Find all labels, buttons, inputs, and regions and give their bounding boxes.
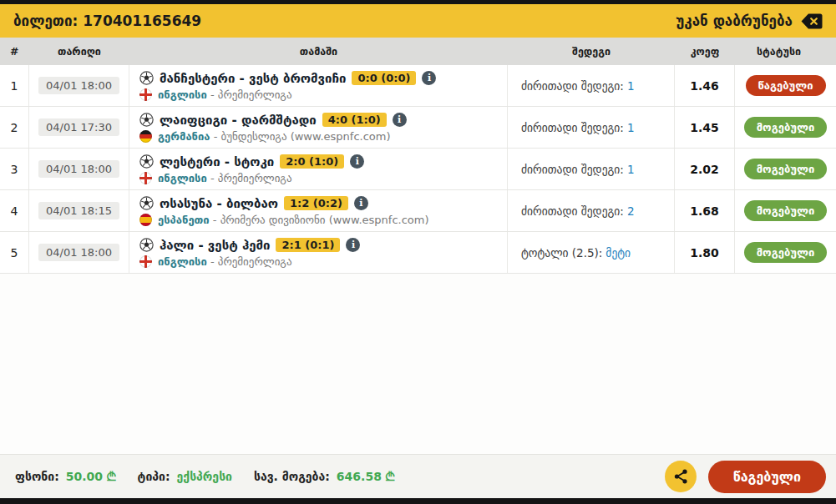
coefficient: 1.68 (675, 190, 735, 231)
status-badge: მოგებული (744, 159, 828, 179)
column-header-coef: კოეფ (675, 45, 735, 58)
lari-currency-symbol: ₾ (107, 470, 116, 483)
country-name: ესპანეთი (158, 214, 210, 226)
pick-label: ტოტალი (2.5): (521, 246, 602, 260)
back-button[interactable]: უკან დაბრუნება (676, 13, 823, 29)
pick-value: 1 (627, 163, 635, 176)
date-cell: 04/01 18:00 (29, 149, 129, 189)
pick-value: მეტი (605, 246, 631, 260)
row-number: 1 (0, 65, 29, 106)
league-name: - პრემიერლიგა (210, 88, 292, 101)
column-header-status: სტატუსი (735, 45, 836, 58)
ticket-overall-status-button: წაგებული (708, 461, 826, 493)
row-number: 3 (0, 149, 29, 189)
ticket-footer: ფსონი: 50.00 ₾ ტიპი: ექსპრესი სავ. მოგებ… (0, 454, 836, 498)
date-badge: 04/01 18:00 (38, 160, 119, 178)
pick-value: 2 (627, 204, 635, 218)
back-button-label: უკან დაბრუნება (676, 13, 793, 29)
soccer-ball-icon (139, 113, 154, 127)
match-teams: ლაიფციგი - დარმშტადი (160, 113, 317, 128)
england-flag-icon (139, 88, 152, 101)
soccer-ball-icon (139, 238, 154, 252)
status-cell: მოგებული (735, 149, 836, 189)
info-icon[interactable]: i (354, 196, 368, 210)
ticket-header: ბილეთი: 170401165649 უკან დაბრუნება (0, 4, 836, 38)
score-badge: 0:0 (0:0) (352, 71, 416, 85)
soccer-ball-icon (139, 196, 154, 210)
info-icon[interactable]: i (350, 154, 364, 169)
bet-ticket-modal: ბილეთი: 170401165649 უკან დაბრუნება # თა… (0, 4, 836, 498)
england-flag-icon (139, 255, 152, 268)
soccer-ball-icon (139, 154, 154, 169)
pick-label: ძირითადი შედეგი: (521, 79, 624, 93)
row-number: 4 (0, 190, 29, 231)
game-cell: ოსასუნა - ბილბაო 1:2 (0:2) i ესპანეთი - … (129, 190, 508, 231)
stake-value: 50.00 ₾ (66, 470, 116, 484)
column-header-num: # (0, 45, 29, 58)
soccer-ball-icon (139, 71, 154, 85)
result-cell: ძირითადი შედეგი:1 (508, 107, 675, 148)
status-cell: წაგებული (735, 65, 836, 106)
share-icon (672, 468, 689, 485)
country-name: გერმანია (158, 130, 210, 143)
coefficient: 1.46 (675, 65, 735, 106)
league-name: - პრიმერა დივიზიონი (www.espnfc.com) (213, 214, 429, 226)
date-cell: 04/01 17:30 (29, 107, 129, 148)
pick-label: ძირითადი შედეგი: (521, 121, 624, 134)
score-badge: 2:0 (1:0) (280, 154, 344, 169)
country-name: ინგლისი (158, 88, 207, 101)
league-name: - პრემიერლიგა (210, 255, 292, 268)
date-badge: 04/01 17:30 (38, 118, 119, 136)
column-header-result: შედეგი (508, 45, 675, 58)
status-badge: მოგებული (744, 117, 828, 138)
pick-label: ძირითადი შედეგი: (521, 163, 624, 176)
score-badge: 1:2 (0:2) (284, 196, 348, 210)
column-header-game: თამაში (129, 45, 508, 58)
possible-win-value: 646.58 ₾ (337, 470, 395, 484)
stake-label: ფსონი: (15, 470, 59, 483)
match-teams: მანჩესტერი - ვესტ ბრომვიჩი (160, 71, 346, 86)
germany-flag-icon (139, 130, 152, 143)
match-teams: ლესტერი - სტოკი (160, 154, 274, 169)
match-teams: ჰალი - ვესტ ჰემი (160, 238, 270, 253)
info-icon[interactable]: i (346, 238, 360, 252)
coefficient: 2.02 (675, 149, 735, 189)
type-label: ტიპი: (138, 470, 170, 483)
coefficient: 1.45 (675, 107, 735, 148)
result-cell: ძირითადი შედეგი:1 (508, 65, 675, 106)
status-badge: მოგებული (744, 242, 828, 263)
column-header-date: თარიღი (29, 45, 129, 58)
date-badge: 04/01 18:15 (38, 202, 119, 219)
stake-stat: ფსონი: 50.00 ₾ (15, 470, 116, 484)
date-badge: 04/01 18:00 (38, 77, 119, 94)
result-cell: ძირითადი შედეგი:1 (508, 149, 675, 189)
share-button[interactable] (665, 461, 697, 492)
game-cell: ლესტერი - სტოკი 2:0 (1:0) i ინგლისი - პრ… (129, 149, 508, 189)
country-name: ინგლისი (158, 255, 207, 268)
league-name: - პრემიერლიგა (210, 172, 292, 184)
pick-label: ძირითადი შედეგი: (521, 204, 624, 218)
result-cell: ძირითადი შედეგი:2 (508, 190, 675, 231)
backspace-icon (801, 13, 823, 29)
info-icon[interactable]: i (422, 71, 436, 85)
status-cell: მოგებული (735, 190, 836, 231)
score-badge: 4:0 (1:0) (322, 113, 387, 127)
date-cell: 04/01 18:00 (29, 65, 129, 106)
pick-value: 1 (627, 79, 635, 93)
game-cell: მანჩესტერი - ვესტ ბრომვიჩი 0:0 (0:0) i ი… (129, 65, 508, 106)
status-badge: წაგებული (746, 75, 826, 96)
table-row: 5 04/01 18:00 ჰალი - ვესტ ჰემი 2:1 (0:1)… (0, 232, 836, 274)
possible-win-label: სავ. მოგება: (254, 470, 330, 483)
status-cell: მოგებული (735, 232, 836, 273)
date-cell: 04/01 18:00 (29, 232, 129, 273)
table-row: 3 04/01 18:00 ლესტერი - სტოკი 2:0 (1:0) … (0, 149, 836, 190)
england-flag-icon (139, 172, 152, 184)
empty-area (0, 274, 836, 454)
status-cell: მოგებული (735, 107, 836, 148)
table-row: 4 04/01 18:15 ოსასუნა - ბილბაო 1:2 (0:2)… (0, 190, 836, 232)
info-icon[interactable]: i (393, 113, 407, 127)
status-badge: მოგებული (744, 200, 828, 221)
date-badge: 04/01 18:00 (38, 244, 119, 261)
game-cell: ჰალი - ვესტ ჰემი 2:1 (0:1) i ინგლისი - პ… (129, 232, 508, 273)
date-cell: 04/01 18:15 (29, 190, 129, 231)
